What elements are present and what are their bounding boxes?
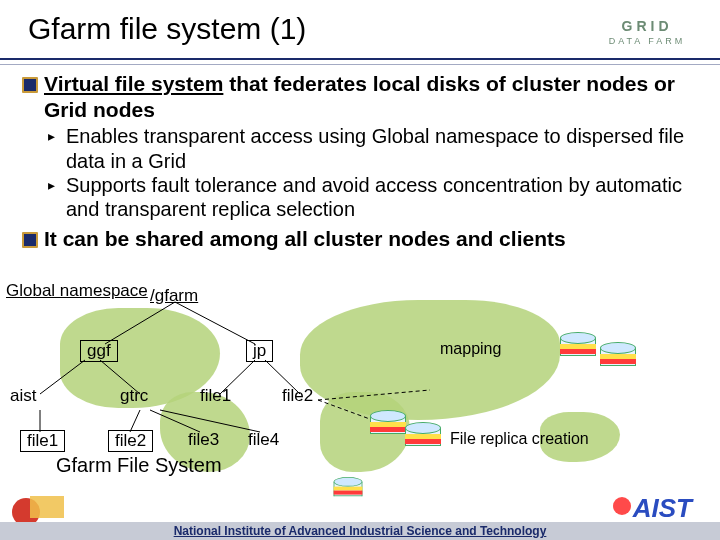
logo-top-text: GRID [622,18,673,34]
aist-text: AIST [633,493,692,523]
page-title: Gfarm file system (1) [28,12,592,46]
note-mapping: mapping [440,340,501,358]
bullet-main-2-text: It can be shared among all cluster nodes… [44,227,566,250]
node-aist: aist [10,386,36,406]
bullet-sub-1: Enables transparent access using Global … [66,124,694,173]
bullet-sub-2: Supports fault tolerance and avoid acces… [66,173,694,222]
divider-thin [0,64,720,65]
diagram-area: Global namespace /gfarm ggf jp aist gtrc… [0,282,720,492]
node-file2: file2 [108,430,153,452]
node-file2-upper: file2 [282,386,313,406]
bullet-main-1: Virtual file system that federates local… [44,71,694,122]
note-replica: File replica creation [450,430,589,448]
bullet-main-2: It can be shared among all cluster nodes… [44,226,694,252]
svg-rect-13 [30,496,64,518]
footer: AIST National Institute of Advanced Indu… [0,490,720,540]
svg-line-11 [318,390,430,400]
node-gtrc: gtrc [120,386,148,406]
svg-line-7 [130,410,140,432]
footer-institute: National Institute of Advanced Industria… [0,522,720,540]
aist-dot-icon [613,497,631,515]
svg-line-2 [40,360,85,394]
svg-line-1 [175,302,255,344]
node-file4: file4 [248,430,279,450]
disk-icon [600,342,636,372]
node-file3: file3 [188,430,219,450]
gfs-title: Gfarm File System [56,454,222,477]
disk-icon [560,332,596,362]
grid-data-farm-logo: GRID DATA FARM [592,12,702,52]
bullet-main-1a: Virtual file system [44,72,223,95]
divider [0,58,720,60]
node-ggf: ggf [80,340,118,362]
disk-icon [370,410,406,440]
content-block: Virtual file system that federates local… [0,65,720,251]
svg-line-10 [318,400,378,422]
svg-line-0 [105,302,175,344]
logo-bottom-text: DATA FARM [609,36,686,46]
node-file1: file1 [20,430,65,452]
label-global-namespace: Global namespace [6,282,148,300]
node-file1-upper: file1 [200,386,231,406]
node-jp: jp [246,340,273,362]
aist-logo: AIST [613,493,692,524]
disk-icon [405,422,441,452]
node-root: /gfarm [150,286,198,306]
